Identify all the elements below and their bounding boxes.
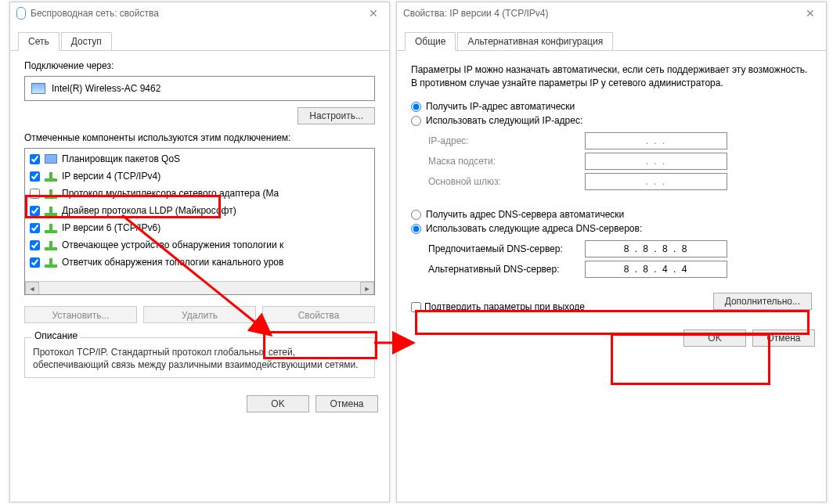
- description-caption: Описание: [31, 330, 81, 341]
- component-checkbox[interactable]: [30, 223, 40, 233]
- component-label: IP версии 6 (TCP/IPv6): [62, 222, 160, 233]
- radio-ip-auto[interactable]: Получить IP-адрес автоматически: [411, 101, 812, 112]
- scroll-right-icon[interactable]: ►: [360, 282, 374, 295]
- description-group: Описание Протокол TCP/IP. Стандартный пр…: [24, 337, 375, 378]
- list-item[interactable]: Протокол мультиплексора сетевого адаптер…: [27, 185, 374, 202]
- network-adapter-icon: [45, 257, 57, 268]
- radio-ip-auto-label: Получить IP-адрес автоматически: [426, 101, 575, 112]
- component-checkbox[interactable]: [30, 206, 40, 216]
- gateway-field: . . .: [585, 173, 727, 190]
- description-text: Протокол TCP/IP. Стандартный протокол гл…: [33, 346, 366, 371]
- radio-dns-manual-input[interactable]: [411, 224, 421, 234]
- horizontal-scrollbar[interactable]: ◄ ►: [25, 281, 374, 294]
- remove-button[interactable]: Удалить: [143, 306, 256, 323]
- gateway-label: Основной шлюз:: [428, 176, 585, 187]
- radio-dns-manual-label: Использовать следующие адреса DNS-сервер…: [426, 223, 642, 234]
- confirm-on-exit-checkbox[interactable]: [411, 302, 421, 312]
- component-checkbox[interactable]: [30, 257, 40, 268]
- info-text: Параметры IP можно назначать автоматичес…: [411, 63, 812, 90]
- mic-icon: [16, 7, 26, 20]
- window-title: Беспроводная сеть: свойства: [31, 8, 159, 19]
- component-label: Протокол мультиплексора сетевого адаптер…: [62, 188, 279, 199]
- network-adapter-icon: [45, 205, 57, 216]
- components-label: Отмеченные компоненты используются этим …: [24, 132, 375, 143]
- tab-alt-config[interactable]: Альтернативная конфигурация: [457, 32, 613, 50]
- list-item[interactable]: Ответчик обнаружения топологии канальног…: [27, 254, 374, 271]
- window-title: Свойства: IP версии 4 (TCP/IPv4): [403, 8, 549, 19]
- component-checkbox[interactable]: [30, 171, 40, 182]
- ipv4-properties-dialog: Свойства: IP версии 4 (TCP/IPv4) ✕ Общие…: [396, 2, 827, 502]
- close-icon[interactable]: ✕: [795, 2, 826, 24]
- network-adapter-icon: [45, 222, 57, 233]
- components-list[interactable]: Планировщик пакетов QoSIP версии 4 (TCP/…: [24, 148, 375, 295]
- install-button[interactable]: Установить...: [24, 306, 137, 323]
- advanced-button[interactable]: Дополнительно...: [713, 293, 812, 310]
- tab-access[interactable]: Доступ: [61, 32, 112, 50]
- ip-address-label: IP-адрес:: [428, 135, 585, 146]
- cancel-button[interactable]: Отмена: [752, 329, 815, 347]
- radio-dns-manual[interactable]: Использовать следующие адреса DNS-сервер…: [411, 223, 812, 234]
- cancel-button[interactable]: Отмена: [316, 395, 378, 412]
- network-adapter-icon: [45, 171, 57, 182]
- dns-alternate-label: Альтернативный DNS-сервер:: [428, 264, 585, 275]
- list-item[interactable]: IP версии 6 (TCP/IPv6): [27, 219, 374, 236]
- tabstrip-left: Сеть Доступ: [10, 24, 389, 51]
- dns-preferred-field[interactable]: 8 . 8 . 8 . 8: [585, 240, 727, 257]
- network-adapter-icon: [45, 188, 57, 199]
- subnet-mask-label: Маска подсети:: [428, 156, 585, 167]
- list-item[interactable]: Планировщик пакетов QoS: [27, 150, 374, 167]
- scroll-left-icon[interactable]: ◄: [25, 282, 39, 295]
- radio-dns-auto[interactable]: Получить адрес DNS-сервера автоматически: [411, 209, 812, 220]
- ip-address-field: . . .: [585, 132, 727, 149]
- component-checkbox[interactable]: [30, 154, 40, 164]
- list-item[interactable]: IP версии 4 (TCP/IPv4): [27, 167, 374, 185]
- close-icon[interactable]: ✕: [358, 2, 389, 24]
- radio-dns-auto-label: Получить адрес DNS-сервера автоматически: [426, 209, 624, 220]
- list-item[interactable]: Драйвер протокола LLDP (Майкрософт): [27, 202, 374, 219]
- component-label: IP версии 4 (TCP/IPv4): [62, 171, 160, 182]
- radio-ip-manual-input[interactable]: [411, 116, 421, 126]
- dns-alternate-field[interactable]: 8 . 8 . 4 . 4: [585, 261, 727, 278]
- radio-ip-manual-label: Использовать следующий IP-адрес:: [426, 115, 582, 126]
- radio-ip-manual[interactable]: Использовать следующий IP-адрес:: [411, 115, 812, 126]
- confirm-on-exit[interactable]: Подтвердить параметры при выходе: [411, 301, 585, 312]
- list-item[interactable]: Отвечающее устройство обнаружения тополо…: [27, 236, 374, 254]
- radio-dns-auto-input[interactable]: [411, 210, 421, 220]
- titlebar-left: Беспроводная сеть: свойства ✕: [10, 2, 389, 24]
- confirm-on-exit-label: Подтвердить параметры при выходе: [424, 301, 585, 312]
- tabstrip-right: Общие Альтернативная конфигурация: [397, 24, 826, 51]
- ok-button[interactable]: OK: [247, 395, 309, 412]
- titlebar-right: Свойства: IP версии 4 (TCP/IPv4) ✕: [397, 2, 826, 24]
- dns-preferred-label: Предпочитаемый DNS-сервер:: [428, 243, 585, 254]
- adapter-box[interactable]: Intel(R) Wireless-AC 9462: [24, 76, 375, 101]
- component-label: Планировщик пакетов QoS: [62, 153, 180, 164]
- component-checkbox[interactable]: [30, 189, 40, 199]
- properties-button[interactable]: Свойства: [262, 306, 375, 323]
- network-properties-dialog: Беспроводная сеть: свойства ✕ Сеть Досту…: [9, 2, 390, 502]
- radio-ip-auto-input[interactable]: [411, 102, 421, 112]
- subnet-mask-field: . . .: [585, 153, 727, 170]
- ok-button[interactable]: OK: [683, 329, 746, 347]
- component-label: Драйвер протокола LLDP (Майкрософт): [62, 205, 236, 216]
- network-adapter-icon: [45, 239, 57, 250]
- component-label: Ответчик обнаружения топологии канальног…: [62, 257, 283, 268]
- adapter-icon: [31, 83, 45, 94]
- tab-general[interactable]: Общие: [405, 32, 456, 50]
- monitor-icon: [45, 154, 57, 164]
- component-checkbox[interactable]: [30, 240, 40, 250]
- tab-network[interactable]: Сеть: [18, 32, 60, 50]
- adapter-name: Intel(R) Wireless-AC 9462: [52, 83, 160, 94]
- component-label: Отвечающее устройство обнаружения тополо…: [62, 239, 283, 250]
- connect-via-label: Подключение через:: [24, 60, 375, 71]
- configure-button[interactable]: Настроить...: [298, 107, 375, 124]
